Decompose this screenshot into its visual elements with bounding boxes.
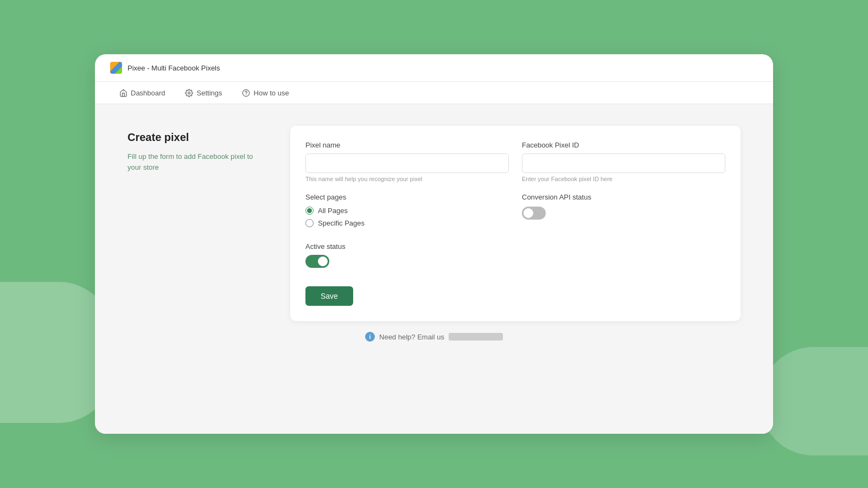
nav-bar: Dashboard Settings How to use [95, 82, 773, 104]
nav-item-how-to-use[interactable]: How to use [233, 82, 298, 104]
create-pixel-description: Fill up the form to add Facebook pixel t… [127, 151, 258, 172]
conversion-api-toggle[interactable] [522, 207, 546, 220]
create-pixel-title: Create pixel [127, 131, 258, 144]
form-row-2: Select pages All Pages Specific Pages Co… [305, 193, 725, 232]
conversion-api-group: Conversion API status [522, 193, 725, 232]
pixel-name-input[interactable] [305, 153, 509, 173]
page-content: Create pixel Fill up the form to add Fac… [95, 104, 773, 434]
fb-pixel-id-group: Facebook Pixel ID Enter your Facebook pi… [522, 141, 725, 182]
settings-icon [185, 88, 194, 97]
fb-pixel-id-hint: Enter your Facebook pixel ID here [522, 176, 725, 182]
app-logo [110, 62, 122, 74]
pixel-name-group: Pixel name This name will help you recog… [305, 141, 509, 182]
conversion-api-slider [522, 207, 546, 220]
nav-item-dashboard[interactable]: Dashboard [110, 82, 174, 104]
pixel-name-label: Pixel name [305, 141, 509, 149]
select-pages-label: Select pages [305, 193, 509, 201]
window-card: Pixee - Multi Facebook Pixels Dashboard … [95, 54, 773, 434]
pixel-name-hint: This name will help you recognize your p… [305, 176, 509, 182]
dashboard-label: Dashboard [131, 89, 165, 97]
radio-specific-pages-label: Specific Pages [318, 219, 365, 227]
settings-label: Settings [197, 89, 222, 97]
help-text: Need help? Email us [379, 333, 444, 341]
how-to-use-label: How to use [254, 89, 289, 97]
radio-specific-pages[interactable]: Specific Pages [305, 219, 509, 227]
form-row-1: Pixel name This name will help you recog… [305, 141, 725, 182]
app-title: Pixee - Multi Facebook Pixels [127, 64, 220, 72]
nav-item-settings[interactable]: Settings [176, 82, 231, 104]
radio-all-pages-label: All Pages [318, 207, 348, 215]
conversion-api-label: Conversion API status [522, 193, 725, 201]
help-footer: i Need help? Email us [127, 321, 741, 342]
radio-specific-pages-input[interactable] [305, 219, 314, 227]
home-icon [119, 88, 127, 97]
fb-pixel-id-label: Facebook Pixel ID [522, 141, 725, 149]
bg-decoration-right [760, 347, 868, 455]
svg-point-0 [188, 92, 190, 94]
active-status-label: Active status [305, 242, 725, 251]
left-panel: Create pixel Fill up the form to add Fac… [127, 126, 258, 172]
top-bar: Pixee - Multi Facebook Pixels [95, 54, 773, 82]
active-status-section: Active status [305, 242, 725, 268]
info-icon: i [365, 332, 375, 342]
save-button[interactable]: Save [305, 286, 353, 306]
radio-all-pages-input[interactable] [305, 207, 314, 215]
select-pages-group: Select pages All Pages Specific Pages [305, 193, 509, 232]
active-status-toggle[interactable] [305, 255, 329, 268]
fb-pixel-id-input[interactable] [522, 153, 725, 173]
help-email-redacted [449, 333, 503, 341]
help-icon [242, 88, 251, 97]
form-card: Pixel name This name will help you recog… [290, 126, 741, 321]
form-area: Create pixel Fill up the form to add Fac… [127, 126, 741, 321]
radio-all-pages[interactable]: All Pages [305, 207, 509, 215]
active-status-slider [305, 255, 329, 268]
